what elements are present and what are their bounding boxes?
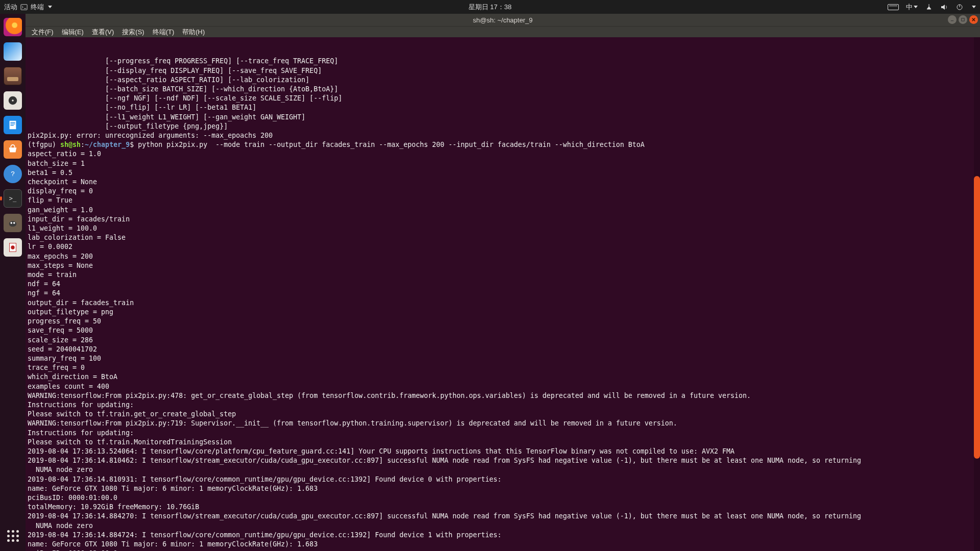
- terminal-line: ndf = 64: [28, 280, 978, 289]
- terminal-line: Please switch to tf.train.get_or_create_…: [28, 410, 978, 419]
- terminal-line: totalMemory: 10.92GiB freeMemory: 10.76G…: [28, 503, 978, 512]
- terminal-line: max_steps = None: [28, 261, 978, 270]
- terminal-line: gan_weight = 1.0: [28, 206, 978, 215]
- terminal-line: l1_weight = 100.0: [28, 224, 978, 233]
- terminal-line: aspect_ratio = 1.0: [28, 149, 978, 159]
- volume-icon[interactable]: [940, 3, 948, 11]
- keyboard-indicator-icon[interactable]: [888, 4, 899, 10]
- terminal-scroll-thumb[interactable]: [974, 176, 980, 459]
- menu-search[interactable]: 搜索(S): [119, 27, 147, 38]
- window-close-button[interactable]: [969, 15, 978, 24]
- svg-rect-0: [21, 4, 27, 10]
- dock-help[interactable]: ?: [3, 164, 23, 184]
- terminal-line: scale_size = 286: [28, 336, 978, 345]
- terminal-line: flip = True: [28, 196, 978, 205]
- activities-button[interactable]: 活动: [4, 3, 17, 12]
- terminal-line: Instructions for updating:: [28, 429, 978, 438]
- terminal-window: sh@sh: ~/chapter_9 文件(F) 编辑(E) 查看(V) 搜索(…: [26, 14, 980, 551]
- terminal-line: pciBusID: 0000:02:00.0: [28, 549, 978, 551]
- terminal-line: WARNING:tensorflow:From pix2pix.py:478: …: [28, 391, 978, 400]
- clock-label: 星期日 17：38: [469, 3, 512, 12]
- network-icon[interactable]: [925, 3, 933, 11]
- terminal-indicator-icon: [20, 4, 28, 11]
- terminal-line: NUMA node zero: [28, 465, 978, 474]
- svg-point-13: [11, 245, 14, 249]
- terminal-line: beta1 = 0.5: [28, 168, 978, 178]
- dock-firefox[interactable]: [3, 17, 23, 37]
- terminal-line: WARNING:tensorflow:From pix2pix.py:719: …: [28, 419, 978, 428]
- dock-files[interactable]: [3, 66, 23, 86]
- menu-file[interactable]: 文件(F): [29, 27, 57, 38]
- window-maximize-button[interactable]: [959, 15, 967, 24]
- terminal-line: input_dir = facades/train: [28, 215, 978, 224]
- terminal-line: summary_freq = 100: [28, 354, 978, 363]
- terminal-line: [--batch_size BATCH_SIZE] [--which_direc…: [28, 85, 978, 94]
- terminal-line: mode = train: [28, 270, 978, 280]
- terminal-line: checkpoint = None: [28, 178, 978, 187]
- terminal-line: batch_size = 1: [28, 159, 978, 168]
- terminal-line: NUMA node zero: [28, 521, 978, 531]
- terminal-line: seed = 2040041702: [28, 345, 978, 354]
- dock-software[interactable]: [3, 139, 23, 160]
- svg-point-10: [10, 222, 12, 224]
- terminal-line: [--no_flip] [--lr LR] [--beta1 BETA1]: [28, 103, 978, 112]
- terminal-line: ngf = 64: [28, 289, 978, 298]
- dock-gimp[interactable]: [3, 213, 23, 233]
- terminal-line: 2019-08-04 17:36:14.810931: I tensorflow…: [28, 475, 978, 484]
- terminal-line: Instructions for updating:: [28, 400, 978, 410]
- dock-rhythmbox[interactable]: [3, 90, 23, 111]
- terminal-line: trace_freq = 0: [28, 363, 978, 372]
- ime-indicator[interactable]: 中: [906, 3, 918, 12]
- terminal-line: output_filetype = png: [28, 308, 978, 317]
- terminal-line: which_direction = BtoA: [28, 372, 978, 382]
- terminal-line: [--aspect_ratio ASPECT_RATIO] [--lab_col…: [28, 76, 978, 85]
- menu-edit[interactable]: 编辑(E): [59, 27, 87, 38]
- terminal-line: 2019-08-04 17:36:14.810462: I tensorflow…: [28, 456, 978, 465]
- svg-rect-15: [962, 18, 964, 21]
- chevron-down-icon: [972, 6, 976, 8]
- terminal-line: save_freq = 5000: [28, 326, 978, 335]
- window-minimize-button[interactable]: [948, 15, 957, 24]
- menu-help[interactable]: 帮助(H): [179, 27, 208, 38]
- terminal-line: 2019-08-04 17:36:14.884270: I tensorflow…: [28, 512, 978, 521]
- svg-text:?: ?: [11, 170, 14, 178]
- svg-rect-14: [951, 20, 953, 21]
- terminal-viewport[interactable]: [--progress_freq PROGRESS_FREQ] [--trace…: [26, 37, 980, 551]
- terminal-scrollbar[interactable]: [974, 37, 980, 551]
- svg-rect-7: [10, 125, 13, 126]
- dock-pdf[interactable]: [3, 237, 23, 258]
- terminal-line: (tfgpu) sh@sh:~/chapter_9$ python pix2pi…: [28, 140, 978, 149]
- terminal-line: [--progress_freq PROGRESS_FREQ] [--trace…: [28, 57, 978, 66]
- terminal-line: Please switch to tf.train.MonitoredTrain…: [28, 438, 978, 447]
- window-titlebar[interactable]: sh@sh: ~/chapter_9: [26, 14, 980, 26]
- menu-bar: 文件(F) 编辑(E) 查看(V) 搜索(S) 终端(T) 帮助(H): [26, 26, 980, 37]
- app-menu-label: 终端: [31, 3, 44, 12]
- terminal-line: lab_colorization = False: [28, 233, 978, 242]
- window-title-label: sh@sh: ~/chapter_9: [473, 16, 533, 24]
- svg-point-11: [13, 222, 15, 224]
- menu-terminal[interactable]: 终端(T): [150, 27, 178, 38]
- dock-thunderbird[interactable]: [3, 41, 23, 62]
- app-menu[interactable]: 终端: [20, 3, 52, 12]
- dock-terminal[interactable]: [3, 188, 23, 209]
- clock[interactable]: 星期日 17：38: [469, 3, 512, 12]
- svg-rect-5: [10, 122, 15, 123]
- terminal-line: [--ngf NGF] [--ndf NDF] [--scale_size SC…: [28, 94, 978, 103]
- terminal-line: name: GeForce GTX 1080 Ti major: 6 minor…: [28, 484, 978, 493]
- terminal-line: examples count = 400: [28, 382, 978, 391]
- chevron-down-icon: [914, 6, 918, 8]
- apps-grid-icon: [7, 530, 19, 542]
- svg-point-3: [12, 99, 14, 102]
- svg-point-9: [9, 221, 17, 227]
- terminal-line: output_dir = facades_train: [28, 298, 978, 308]
- terminal-line: pix2pix.py: error: unrecognized argument…: [28, 131, 978, 140]
- terminal-line: progress_freq = 50: [28, 317, 978, 326]
- terminal-line: [--l1_weight L1_WEIGHT] [--gan_weight GA…: [28, 113, 978, 122]
- svg-rect-6: [10, 123, 15, 124]
- show-applications-button[interactable]: [3, 525, 23, 546]
- power-icon[interactable]: [955, 3, 964, 11]
- dock-writer[interactable]: [3, 115, 23, 135]
- menu-view[interactable]: 查看(V): [89, 27, 117, 38]
- ime-label: 中: [906, 3, 913, 12]
- top-panel: 活动 终端 星期日 17：38 中: [0, 0, 980, 14]
